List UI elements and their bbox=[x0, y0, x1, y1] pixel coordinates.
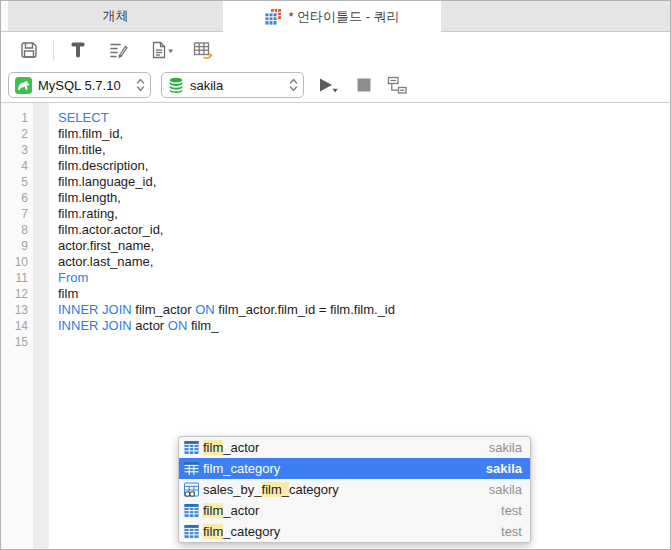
save-button[interactable] bbox=[13, 37, 45, 63]
stop-query-button[interactable] bbox=[357, 78, 371, 92]
toolbar bbox=[1, 32, 670, 68]
code-line[interactable]: actor.last_name, bbox=[58, 254, 670, 270]
database-icon bbox=[168, 77, 184, 93]
line-number: 5 bbox=[1, 174, 33, 190]
autocomplete-item-database: sakila bbox=[489, 482, 522, 497]
line-number: 1 bbox=[1, 110, 33, 126]
save-icon bbox=[19, 40, 39, 60]
code-line[interactable]: actor.first_name, bbox=[58, 238, 670, 254]
autocomplete-item-database: sakila bbox=[489, 440, 522, 455]
connection-bar: MySQL 5.7.10 sakila bbox=[1, 68, 670, 103]
autocomplete-item[interactable]: film_categorytest bbox=[179, 521, 530, 542]
sql-text: actor.first_name, bbox=[58, 238, 154, 253]
tab-bar-left-edge bbox=[1, 1, 8, 31]
match-highlight: film_ bbox=[262, 482, 289, 497]
table-icon bbox=[184, 461, 199, 476]
code-line[interactable]: film.rating, bbox=[58, 206, 670, 222]
database-select[interactable]: sakila bbox=[161, 72, 304, 98]
autocomplete-popup: film_actorsakila film_categorysakila sal… bbox=[178, 436, 531, 543]
autocomplete-item[interactable]: film_categorysakila bbox=[179, 458, 530, 479]
line-number: 8 bbox=[1, 222, 33, 238]
autocomplete-item[interactable]: film_actorsakila bbox=[179, 437, 530, 458]
query-builder-icon bbox=[68, 40, 88, 60]
line-number: 9 bbox=[1, 238, 33, 254]
table-icon bbox=[184, 440, 199, 455]
sql-keyword: ON bbox=[195, 302, 215, 317]
sql-text: film bbox=[58, 286, 78, 301]
autocomplete-item[interactable]: sales_by_film_categorysakila bbox=[179, 479, 530, 500]
autocomplete-item-name: film_category bbox=[203, 461, 280, 476]
sql-editor[interactable]: 123456789101112131415 SELECTfilm.film_id… bbox=[1, 103, 670, 550]
query-table-icon bbox=[264, 8, 282, 26]
tab-bar: 개체 * 언타이틀드 - 쿼리 bbox=[1, 1, 670, 32]
sql-text: film.rating, bbox=[58, 206, 118, 221]
export-document-icon bbox=[149, 40, 174, 60]
code-line[interactable] bbox=[58, 334, 670, 350]
tab-query-label: * 언타이틀드 - 쿼리 bbox=[288, 8, 399, 26]
table-icon bbox=[184, 440, 199, 455]
autocomplete-item-database: test bbox=[501, 524, 522, 539]
sql-text: film.description, bbox=[58, 158, 148, 173]
stepper-icon bbox=[136, 77, 145, 93]
run-query-button[interactable] bbox=[317, 77, 339, 94]
tab-objects[interactable]: 개체 bbox=[8, 1, 224, 31]
query-builder-button[interactable] bbox=[62, 37, 94, 63]
line-number: 14 bbox=[1, 318, 33, 334]
table-icon bbox=[184, 524, 199, 539]
code-line[interactable]: film.description, bbox=[58, 158, 670, 174]
dropdown-caret-icon bbox=[168, 50, 173, 53]
sql-text: film.actor.actor_id, bbox=[58, 222, 164, 237]
view-icon bbox=[184, 482, 199, 497]
sql-text: film.film_id, bbox=[58, 126, 123, 141]
tab-objects-label: 개체 bbox=[103, 7, 129, 25]
code-line[interactable]: film.title, bbox=[58, 142, 670, 158]
toolbar-divider bbox=[53, 40, 54, 60]
table-transfer-icon bbox=[192, 40, 215, 60]
sql-text: film_actor bbox=[132, 302, 196, 317]
fold-gutter bbox=[33, 103, 49, 550]
table-icon bbox=[184, 503, 199, 518]
code-line[interactable]: INNER JOIN film_actor ON film_actor.film… bbox=[58, 302, 670, 318]
line-number: 7 bbox=[1, 206, 33, 222]
line-number: 13 bbox=[1, 302, 33, 318]
code-line[interactable]: film.language_id, bbox=[58, 174, 670, 190]
line-number: 3 bbox=[1, 142, 33, 158]
table-transfer-button[interactable] bbox=[186, 37, 221, 63]
table-icon bbox=[184, 461, 199, 476]
line-number-gutter: 123456789101112131415 bbox=[1, 103, 33, 550]
stepper-icon bbox=[289, 77, 298, 93]
code-line[interactable]: From bbox=[58, 270, 670, 286]
connection-select[interactable]: MySQL 5.7.10 bbox=[8, 72, 151, 98]
code-line[interactable]: film.length, bbox=[58, 190, 670, 206]
line-number: 10 bbox=[1, 254, 33, 270]
autocomplete-item[interactable]: film_actortest bbox=[179, 500, 530, 521]
autocomplete-item-name: sales_by_film_category bbox=[203, 482, 339, 497]
beautify-sql-button[interactable] bbox=[102, 37, 135, 63]
autocomplete-item-name: film_category bbox=[203, 524, 280, 539]
code-line[interactable]: film bbox=[58, 286, 670, 302]
sql-text: film.length, bbox=[58, 190, 121, 205]
code-line[interactable]: SELECT bbox=[58, 110, 670, 126]
view-icon bbox=[184, 482, 199, 497]
explain-button[interactable] bbox=[387, 76, 407, 95]
export-document-button[interactable] bbox=[143, 37, 180, 63]
code-line[interactable]: film.film_id, bbox=[58, 126, 670, 142]
match-highlight: film bbox=[203, 524, 223, 539]
sql-text: actor.last_name, bbox=[58, 254, 153, 269]
code-line[interactable]: INNER JOIN actor ON film_ bbox=[58, 318, 670, 334]
query-actions bbox=[317, 76, 407, 95]
autocomplete-item-database: test bbox=[501, 503, 522, 518]
connection-select-value: MySQL 5.7.10 bbox=[38, 78, 121, 93]
line-number: 2 bbox=[1, 126, 33, 142]
explain-icon bbox=[387, 76, 407, 95]
line-number: 11 bbox=[1, 270, 33, 286]
sql-keyword: INNER JOIN bbox=[58, 318, 132, 333]
sql-text: actor bbox=[132, 318, 168, 333]
table-icon bbox=[184, 524, 199, 539]
line-number: 4 bbox=[1, 158, 33, 174]
autocomplete-item-name: film_actor bbox=[203, 440, 259, 455]
code-line[interactable]: film.actor.actor_id, bbox=[58, 222, 670, 238]
sql-keyword: ON bbox=[168, 318, 188, 333]
tab-query[interactable]: * 언타이틀드 - 쿼리 bbox=[223, 1, 441, 32]
sql-text: film.title, bbox=[58, 142, 106, 157]
